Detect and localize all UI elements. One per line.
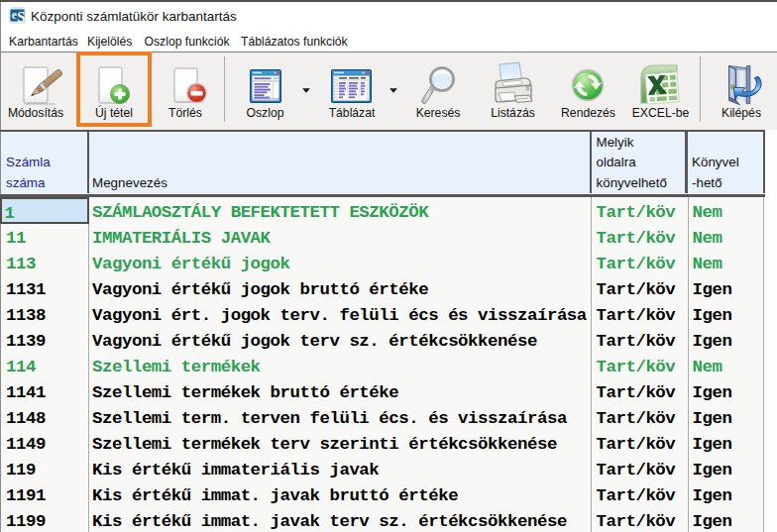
- svg-text:S: S: [17, 9, 25, 24]
